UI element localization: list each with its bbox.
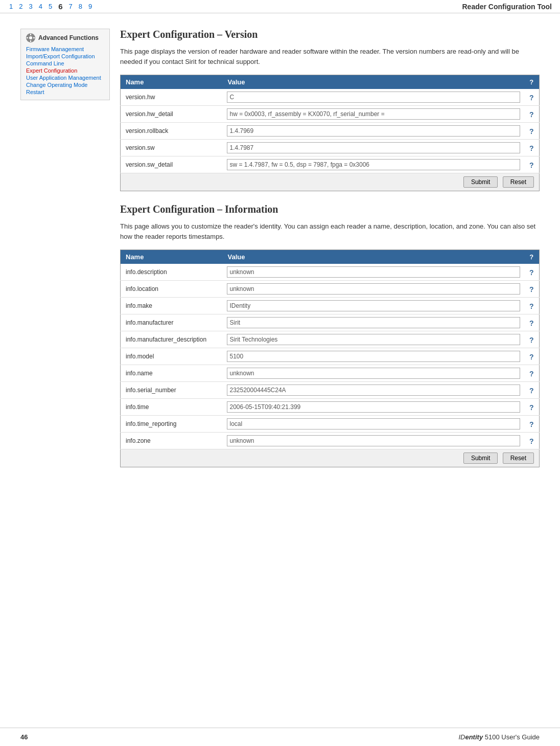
sidebar-item-firmware[interactable]: Firmware Management (26, 46, 104, 53)
info-row-help[interactable]: ? (524, 298, 540, 314)
version-table-row: version.sw_detail ? (121, 156, 540, 173)
info-row-help[interactable]: ? (524, 281, 540, 298)
info-row-value[interactable] (223, 298, 524, 314)
nav-item-9[interactable]: 9 (87, 3, 93, 10)
info-row-help[interactable]: ? (524, 433, 540, 449)
info-row-value[interactable] (223, 433, 524, 449)
sidebar-item-user-app-mgmt[interactable]: User Application Management (26, 74, 104, 81)
help-icon[interactable]: ? (529, 94, 534, 102)
version-reset-button[interactable]: Reset (503, 176, 534, 188)
help-icon[interactable]: ? (529, 437, 534, 445)
nav-item-2[interactable]: 2 (18, 3, 24, 10)
info-table-row: info.manufacturer ? (121, 314, 540, 331)
info-input-2[interactable] (227, 300, 520, 311)
version-row-help[interactable]: ? (524, 106, 540, 123)
version-table-row: version.sw ? (121, 140, 540, 156)
version-row-name: version.sw (121, 140, 223, 156)
info-row-help[interactable]: ? (524, 399, 540, 416)
info-row-value[interactable] (223, 399, 524, 416)
info-row-name: info.time (121, 399, 223, 416)
info-row-value[interactable] (223, 331, 524, 348)
info-input-3[interactable] (227, 317, 520, 328)
info-input-1[interactable] (227, 283, 520, 295)
nav-item-7[interactable]: 7 (68, 3, 74, 10)
info-row-value[interactable] (223, 264, 524, 281)
info-row-help[interactable]: ? (524, 314, 540, 331)
info-submit-button[interactable]: Submit (463, 453, 498, 464)
sidebar-box: Advanced Functions Firmware Management I… (20, 29, 110, 100)
info-table: Name Value ? info.description ? info.loc… (120, 250, 540, 467)
info-row-value[interactable] (223, 416, 524, 433)
sidebar-item-import-export[interactable]: Import/Export Configuration (26, 53, 104, 60)
help-icon[interactable]: ? (529, 353, 534, 361)
help-icon[interactable]: ? (529, 302, 534, 310)
footer-brand-model: 5100 User's Guide (485, 733, 540, 741)
help-icon[interactable]: ? (529, 268, 534, 277)
nav-item-4[interactable]: 4 (38, 3, 43, 10)
version-input-2[interactable] (227, 125, 520, 137)
info-input-4[interactable] (227, 334, 520, 345)
help-icon[interactable]: ? (529, 110, 534, 119)
help-icon[interactable]: ? (529, 144, 534, 152)
version-table-row: version.rollback ? (121, 123, 540, 140)
version-row-value[interactable] (223, 89, 524, 106)
info-row-help[interactable]: ? (524, 348, 540, 365)
nav-item-3[interactable]: 3 (28, 3, 33, 10)
info-row-name: info.serial_number (121, 382, 223, 399)
help-icon[interactable]: ? (529, 319, 534, 327)
info-input-8[interactable] (227, 401, 520, 413)
version-input-1[interactable] (227, 108, 520, 120)
sidebar-item-change-mode[interactable]: Change Operating Mode (26, 81, 104, 88)
info-row-value[interactable] (223, 365, 524, 382)
version-submit-button[interactable]: Submit (463, 176, 498, 188)
info-row-help[interactable]: ? (524, 264, 540, 281)
info-row-value[interactable] (223, 382, 524, 399)
info-input-10[interactable] (227, 435, 520, 446)
info-row-value[interactable] (223, 281, 524, 298)
sidebar-box-title: Advanced Functions (38, 34, 99, 41)
svg-rect-3 (30, 40, 31, 42)
info-row-help[interactable]: ? (524, 416, 540, 433)
info-input-6[interactable] (227, 368, 520, 379)
info-table-col-value: Value (223, 250, 524, 264)
info-row-value[interactable] (223, 314, 524, 331)
page-footer: 46 IDentity 5100 User's Guide (0, 728, 560, 746)
info-input-5[interactable] (227, 351, 520, 362)
info-input-0[interactable] (227, 266, 520, 278)
info-section-heading: Expert Configuration – Information (120, 204, 540, 215)
version-row-help[interactable]: ? (524, 123, 540, 140)
help-icon[interactable]: ? (529, 285, 534, 293)
sidebar-item-restart[interactable]: Restart (26, 88, 104, 96)
version-input-3[interactable] (227, 142, 520, 153)
help-icon[interactable]: ? (529, 336, 534, 344)
version-row-help[interactable]: ? (524, 140, 540, 156)
version-input-4[interactable] (227, 159, 520, 170)
version-row-value[interactable] (223, 123, 524, 140)
info-input-7[interactable] (227, 385, 520, 396)
help-icon[interactable]: ? (529, 403, 534, 412)
version-table-col-value: Value (223, 75, 524, 89)
svg-rect-4 (27, 37, 28, 38)
sidebar-item-expert-config[interactable]: Expert Configuration (26, 67, 104, 74)
help-icon[interactable]: ? (529, 420, 534, 428)
help-icon[interactable]: ? (529, 127, 534, 135)
info-row-help[interactable]: ? (524, 331, 540, 348)
help-icon[interactable]: ? (529, 161, 534, 169)
help-icon[interactable]: ? (529, 387, 534, 395)
sidebar-item-command-line[interactable]: Command Line (26, 60, 104, 67)
nav-item-5[interactable]: 5 (48, 3, 53, 10)
nav-item-8[interactable]: 8 (78, 3, 83, 10)
version-row-value[interactable] (223, 156, 524, 173)
version-row-value[interactable] (223, 140, 524, 156)
info-input-9[interactable] (227, 418, 520, 429)
nav-item-1[interactable]: 1 (8, 3, 14, 10)
version-input-0[interactable] (227, 92, 520, 103)
version-row-value[interactable] (223, 106, 524, 123)
info-row-help[interactable]: ? (524, 365, 540, 382)
version-row-help[interactable]: ? (524, 156, 540, 173)
info-row-value[interactable] (223, 348, 524, 365)
version-row-help[interactable]: ? (524, 89, 540, 106)
info-row-help[interactable]: ? (524, 382, 540, 399)
help-icon[interactable]: ? (529, 370, 534, 378)
info-reset-button[interactable]: Reset (503, 453, 534, 464)
